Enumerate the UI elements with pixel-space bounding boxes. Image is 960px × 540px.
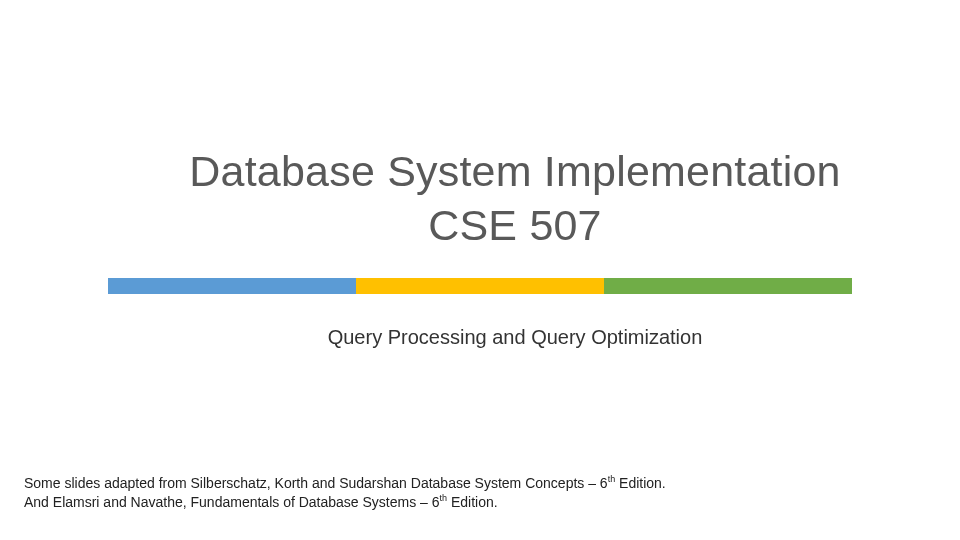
attribution-line-1: Some slides adapted from Silberschatz, K… bbox=[24, 473, 666, 493]
attribution-line-2: And Elamsri and Navathe, Fundamentals of… bbox=[24, 492, 666, 512]
title-line-1: Database System Implementation bbox=[130, 145, 900, 199]
accent-bar bbox=[108, 278, 852, 294]
attribution-2-b: Edition. bbox=[447, 494, 498, 510]
attribution-2-sup: th bbox=[440, 493, 448, 503]
slide-title: Database System Implementation CSE 507 bbox=[130, 145, 900, 253]
attribution-1-b: Edition. bbox=[615, 475, 666, 491]
attribution-2-a: And Elamsri and Navathe, Fundamentals of… bbox=[24, 494, 440, 510]
accent-bar-yellow bbox=[356, 278, 604, 294]
slide-subtitle: Query Processing and Query Optimization bbox=[130, 326, 900, 349]
attribution-block: Some slides adapted from Silberschatz, K… bbox=[24, 473, 666, 512]
attribution-1-a: Some slides adapted from Silberschatz, K… bbox=[24, 475, 608, 491]
title-line-2: CSE 507 bbox=[130, 199, 900, 253]
accent-bar-green bbox=[604, 278, 852, 294]
accent-bar-blue bbox=[108, 278, 356, 294]
